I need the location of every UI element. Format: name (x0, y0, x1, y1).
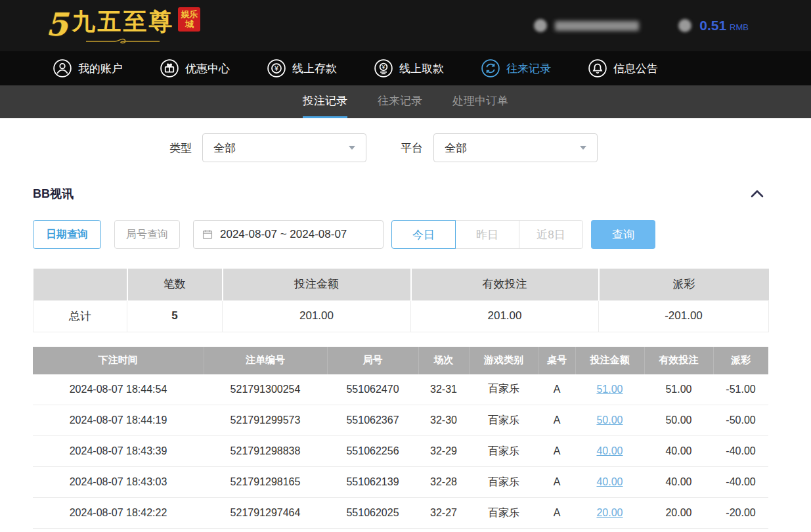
bet-time: 2024-08-07 18:43:39 (33, 436, 204, 467)
content-area: BB视讯 日期查询 局号查询 2024-08-07 ~ 2024-08-07 今… (33, 186, 768, 529)
site-logo[interactable]: 5 九五至尊 娱乐城 (46, 5, 200, 47)
payout: -40.00 (713, 436, 768, 467)
col-game-type: 游戏类别 (469, 347, 538, 374)
nav-label: 线上存款 (292, 61, 337, 76)
col-payout: 派彩 (713, 347, 768, 374)
svg-text:¥: ¥ (382, 64, 385, 70)
record-tabs: 投注记录 往来记录 处理中订单 (0, 85, 811, 118)
tab-processing-orders[interactable]: 处理中订单 (452, 85, 508, 118)
game-type: 百家乐 (469, 436, 538, 467)
round-id: 551062139 (327, 467, 418, 498)
platform-select[interactable]: 全部 (433, 133, 598, 162)
table-row: 2024-08-07 18:43:39 521791298838 5510622… (33, 436, 768, 467)
type-select[interactable]: 全部 (202, 133, 366, 162)
col-round-id: 局号 (327, 347, 418, 374)
summary-table: 笔数 投注金额 有效投注 派彩 总计 5 201.00 201.00 -201.… (33, 269, 769, 332)
type-label: 类型 (169, 141, 192, 156)
bet-time: 2024-08-07 18:43:03 (33, 467, 204, 498)
today-button[interactable]: 今日 (391, 220, 456, 249)
chevron-down-icon (349, 146, 355, 150)
game-type: 百家乐 (469, 405, 538, 436)
valid-bet: 51.00 (644, 374, 713, 405)
bell-icon (588, 58, 607, 78)
balance-currency: RMB (730, 22, 749, 32)
table-row: 2024-08-07 18:43:03 521791298165 5510621… (33, 467, 768, 498)
nav-label: 我的账户 (78, 61, 123, 76)
summary-bet-amount-value: 201.00 (223, 300, 411, 332)
section-head: BB视讯 (33, 186, 768, 202)
date-range-value: 2024-08-07 ~ 2024-08-07 (220, 228, 347, 241)
nav-label: 往来记录 (506, 61, 551, 76)
round-id: 551062367 (327, 405, 418, 436)
chevron-up-icon (750, 189, 764, 198)
nav-item-promotions[interactable]: 优惠中心 (160, 58, 230, 78)
session: 32-31 (418, 374, 469, 405)
valid-bet: 40.00 (644, 436, 713, 467)
valid-bet: 40.00 (644, 467, 713, 498)
tab-transfer-records[interactable]: 往来记录 (378, 85, 422, 118)
section-title: BB视讯 (33, 186, 74, 202)
game-type: 百家乐 (469, 498, 538, 529)
masked-user-icon (534, 19, 547, 32)
summary-header-count: 笔数 (127, 269, 223, 300)
round-id: 551062025 (327, 498, 418, 529)
nav-item-withdraw[interactable]: ¥ 线上取款 (374, 58, 444, 78)
date-range-input[interactable]: 2024-08-07 ~ 2024-08-07 (193, 220, 384, 249)
summary-total-label: 总计 (33, 300, 127, 332)
chevron-down-icon (580, 146, 586, 150)
bet-amount-link[interactable]: 40.00 (596, 445, 623, 456)
date-query-button[interactable]: 日期查询 (33, 220, 101, 249)
nav-item-transfer-records[interactable]: 往来记录 (481, 58, 551, 78)
col-session: 场次 (418, 347, 469, 374)
order-id: 521791297464 (204, 498, 327, 529)
bet-amount-link[interactable]: 20.00 (596, 507, 623, 518)
bet-amount-link[interactable]: 51.00 (596, 384, 623, 395)
order-id: 521791298165 (204, 467, 327, 498)
main-nav: 我的账户 优惠中心 ¥ 线上存款 ¥ 线上取款 (0, 51, 811, 85)
nav-item-my-account[interactable]: 我的账户 (53, 58, 123, 78)
table-no: A (538, 498, 575, 529)
bet-time: 2024-08-07 18:44:54 (33, 374, 204, 405)
game-type: 百家乐 (469, 374, 538, 405)
valid-bet: 20.00 (644, 498, 713, 529)
nav-item-announcements[interactable]: 信息公告 (588, 58, 658, 78)
summary-header-bet-amount: 投注金额 (223, 269, 411, 300)
col-order-id: 注单编号 (204, 347, 327, 374)
tab-bet-records[interactable]: 投注记录 (303, 85, 347, 118)
gift-icon (160, 58, 179, 78)
round-query-button[interactable]: 局号查询 (114, 220, 180, 249)
summary-header-valid-bet: 有效投注 (411, 269, 599, 300)
bet-amount-link[interactable]: 40.00 (596, 476, 623, 487)
logo-text: 九五至尊 (72, 8, 174, 34)
last-8-days-button[interactable]: 近8日 (519, 220, 583, 249)
yesterday-button[interactable]: 昨日 (455, 220, 519, 249)
table-no: A (538, 405, 575, 436)
filter-row: 类型 全部 平台 全部 (169, 133, 811, 162)
account-area: 0.51 RMB (534, 18, 749, 33)
col-valid-bet: 有效投注 (644, 347, 713, 374)
transfer-records-icon (481, 58, 500, 78)
col-table-no: 桌号 (538, 347, 575, 374)
bet-time: 2024-08-07 18:42:22 (33, 498, 204, 529)
query-row: 日期查询 局号查询 2024-08-07 ~ 2024-08-07 今日 昨日 … (33, 220, 768, 249)
round-id: 551062470 (327, 374, 418, 405)
type-select-value: 全部 (213, 141, 236, 156)
table-row: 2024-08-07 18:44:54 521791300254 5510624… (33, 374, 768, 405)
detail-header-row: 下注时间 注单编号 局号 场次 游戏类别 桌号 投注金额 有效投注 派彩 (33, 347, 768, 374)
search-button[interactable]: 查询 (591, 220, 655, 249)
summary-payout-value: -201.00 (599, 300, 769, 332)
platform-select-value: 全部 (445, 141, 467, 156)
session: 32-29 (418, 436, 469, 467)
session: 32-28 (418, 467, 469, 498)
collapse-section-button[interactable] (746, 188, 768, 200)
nav-item-deposit[interactable]: ¥ 线上存款 (267, 58, 337, 78)
game-type: 百家乐 (469, 467, 538, 498)
round-id: 551062256 (327, 436, 418, 467)
bet-amount-link[interactable]: 50.00 (596, 414, 623, 426)
nav-label: 优惠中心 (185, 61, 230, 76)
logo-main: 九五至尊 (72, 8, 174, 47)
masked-username (555, 21, 639, 31)
payout: -51.00 (713, 374, 768, 405)
summary-header-row: 笔数 投注金额 有效投注 派彩 (33, 269, 769, 300)
table-no: A (538, 467, 575, 498)
